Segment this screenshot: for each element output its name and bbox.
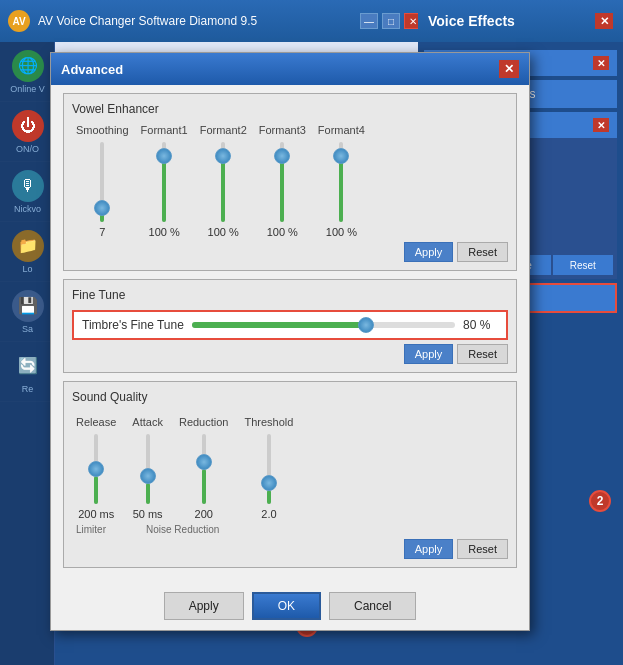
beautifying-close-button[interactable]: ✕ [593,118,609,132]
vowel-sliders: Smoothing 7 Formant1 100 % [72,124,508,238]
limiter-sublabel: Limiter [76,524,106,535]
threshold-col: Threshold 2.0 [244,416,293,520]
ve-titlebar: Voice Effects ✕ [418,0,623,42]
fine-tune-label: Timbre's Fine Tune [82,318,184,332]
attack-label: Attack [132,416,163,428]
threshold-label: Threshold [244,416,293,428]
fine-tune-apply-reset: Apply Reset [72,344,508,364]
folder-icon: 📁 [12,230,44,262]
sidebar-item-label: Nickvo [14,204,41,214]
ve-title: Voice Effects [428,13,515,29]
smoothing-value: 7 [99,226,105,238]
formant4-label: Formant4 [318,124,365,136]
formant2-label: Formant2 [200,124,247,136]
advanced-dialog-titlebar: Advanced ✕ [51,53,529,85]
formant2-slider-col: Formant2 100 % [200,124,247,238]
sidebar-item-save[interactable]: 💾 Sa [0,282,55,342]
ve-close-button[interactable]: ✕ [595,13,613,29]
attack-value: 50 ms [133,508,163,520]
sidebar-item-label: Lo [22,264,32,274]
reduction-value: 200 [195,508,213,520]
formant1-slider-col: Formant1 100 % [141,124,188,238]
sound-quality-title: Sound Quality [72,390,508,404]
main-titlebar: AV AV Voice Changer Software Diamond 9.5… [0,0,430,42]
advanced-dialog-title: Advanced [61,62,123,77]
sidebar-item-onoff[interactable]: ⏻ ON/O [0,102,55,162]
adv-bottom-buttons: Apply OK Cancel [51,584,529,630]
maximize-button[interactable]: □ [382,13,400,29]
reduction-col: Reduction 200 [179,416,229,520]
release-col: Release 200 ms [76,416,116,520]
vowel-enhancer-title: Vowel Enhancer [72,102,508,116]
smoothing-track[interactable] [100,142,104,222]
formant2-value: 100 % [208,226,239,238]
fine-tune-section: Fine Tune Timbre's Fine Tune 80 % Apply … [63,279,517,373]
fine-tune-apply-button[interactable]: Apply [404,344,454,364]
vowel-apply-button[interactable]: Apply [404,242,454,262]
cancel-button[interactable]: Cancel [329,592,416,620]
advanced-dialog-close-button[interactable]: ✕ [499,60,519,78]
attack-track[interactable] [146,434,150,504]
side-panel: 🌐 Online V ⏻ ON/O 🎙 Nickvo 📁 Lo 💾 Sa 🔄 R… [0,42,55,665]
minimize-button[interactable]: — [360,13,378,29]
fine-tune-value: 80 % [463,318,498,332]
sq-sliders: Release 200 ms Attack 50 ms [72,412,508,524]
reset-icon: 🔄 [12,350,44,382]
sq-apply-reset: Apply Reset [72,539,508,559]
formant2-track[interactable] [221,142,225,222]
reduction-label: Reduction [179,416,229,428]
formant3-slider-col: Formant3 100 % [259,124,306,238]
release-label: Release [76,416,116,428]
smoothing-label: Smoothing [76,124,129,136]
sq-apply-button[interactable]: Apply [404,539,454,559]
vowel-enhancer-section: Vowel Enhancer Smoothing 7 Formant1 [63,93,517,271]
formant3-value: 100 % [267,226,298,238]
sidebar-item-label: Re [22,384,34,394]
sq-reset-button[interactable]: Reset [457,539,508,559]
apply-button[interactable]: Apply [164,592,244,620]
formant1-label: Formant1 [141,124,188,136]
ok-button[interactable]: OK [252,592,321,620]
fine-tune-row: Timbre's Fine Tune 80 % [72,310,508,340]
formant4-value: 100 % [326,226,357,238]
sidebar-item-load[interactable]: 📁 Lo [0,222,55,282]
reset-button[interactable]: Reset [553,255,613,275]
badge-2: 2 [589,490,611,512]
online-icon: 🌐 [12,50,44,82]
advanced-dialog-content: Vowel Enhancer Smoothing 7 Formant1 [51,85,529,584]
sidebar-item-label: Online V [10,84,45,94]
reduction-track[interactable] [202,434,206,504]
vowel-apply-reset: Apply Reset [72,242,508,262]
formant4-slider-col: Formant4 100 % [318,124,365,238]
attack-col: Attack 50 ms [132,416,163,520]
app-icon: AV [8,10,30,32]
equalizer-close-button[interactable]: ✕ [593,56,609,70]
mic-icon: 🎙 [12,170,44,202]
release-track[interactable] [94,434,98,504]
fine-tune-slider[interactable] [192,322,455,328]
release-value: 200 ms [78,508,114,520]
power-icon: ⏻ [12,110,44,142]
sidebar-item-reset[interactable]: 🔄 Re [0,342,55,402]
formant3-label: Formant3 [259,124,306,136]
sound-quality-section: Sound Quality Release 200 ms Attack [63,381,517,568]
threshold-value: 2.0 [261,508,276,520]
sidebar-item-online[interactable]: 🌐 Online V [0,42,55,102]
vowel-reset-button[interactable]: Reset [457,242,508,262]
formant1-track[interactable] [162,142,166,222]
fine-tune-reset-button[interactable]: Reset [457,344,508,364]
advanced-dialog: Advanced ✕ Vowel Enhancer Smoothing 7 Fo… [50,52,530,631]
app-title: AV Voice Changer Software Diamond 9.5 [38,14,360,28]
sidebar-item-nickvo[interactable]: 🎙 Nickvo [0,162,55,222]
sidebar-item-label: Sa [22,324,33,334]
window-controls: — □ ✕ [360,13,422,29]
sidebar-item-label: ON/O [16,144,39,154]
formant1-value: 100 % [149,226,180,238]
fine-tune-title: Fine Tune [72,288,508,302]
noise-reduction-sublabel: Noise Reduction [146,524,219,535]
threshold-track[interactable] [267,434,271,504]
smoothing-slider-col: Smoothing 7 [76,124,129,238]
formant4-track[interactable] [339,142,343,222]
save-icon: 💾 [12,290,44,322]
formant3-track[interactable] [280,142,284,222]
